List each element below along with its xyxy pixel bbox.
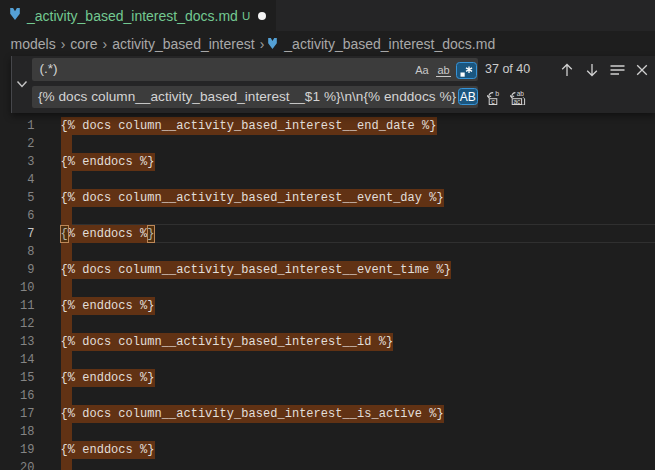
svg-text:ac: ac xyxy=(513,97,521,104)
svg-text:c: c xyxy=(491,97,495,104)
svg-text:ab: ab xyxy=(516,90,524,97)
svg-text:b: b xyxy=(495,90,499,97)
